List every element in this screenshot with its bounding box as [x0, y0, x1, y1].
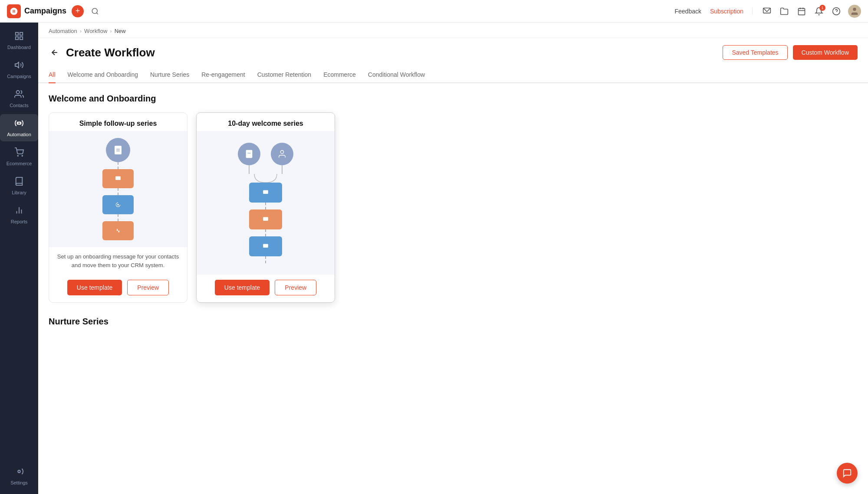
sidebar-item-ecommerce[interactable]: Ecommerce: [0, 143, 38, 170]
header-actions: Saved Templates Custom Workflow: [723, 45, 858, 60]
settings-icon: [14, 467, 24, 478]
flow-node-1: [102, 169, 134, 188]
back-button[interactable]: [49, 46, 61, 59]
sidebar-item-settings[interactable]: Settings: [0, 462, 38, 490]
svg-point-17: [17, 155, 18, 156]
svg-point-15: [16, 91, 20, 94]
flow-node-2: [102, 195, 134, 214]
sidebar-label-automation: Automation: [7, 132, 31, 137]
use-template-button-10day[interactable]: Use template: [215, 280, 270, 295]
page-header: Create Workflow Saved Templates Custom W…: [38, 38, 868, 67]
svg-rect-10: [16, 33, 18, 35]
sidebar-item-library[interactable]: Library: [0, 172, 38, 200]
tab-reengagement[interactable]: Re-engagement: [201, 67, 245, 83]
flow-node-trigger-2: [271, 143, 293, 165]
sidebar-item-automation[interactable]: Automation: [0, 114, 38, 141]
flow-10day: [238, 143, 293, 263]
dashboard-icon: [14, 31, 24, 43]
flow-node-o1: [249, 209, 282, 229]
topnav: Campaigns + Feedback Subscription 1: [0, 0, 868, 23]
feedback-link[interactable]: Feedback: [674, 8, 701, 15]
svg-rect-3: [799, 8, 805, 15]
flow-node-trigger: [106, 138, 130, 162]
tab-retention[interactable]: Customer Retention: [257, 67, 312, 83]
subscription-link[interactable]: Subscription: [710, 8, 753, 15]
search-button[interactable]: [89, 5, 101, 17]
card-diagram-10day: [197, 131, 335, 275]
calendar-icon[interactable]: [796, 6, 807, 17]
svg-rect-29: [246, 150, 253, 157]
use-template-button-simple[interactable]: Use template: [67, 280, 122, 295]
sidebar-label-reports: Reports: [11, 219, 28, 224]
add-button[interactable]: +: [72, 5, 84, 17]
sidebar-item-dashboard[interactable]: Dashboard: [0, 27, 38, 54]
flow-node-b1: [249, 183, 282, 203]
svg-rect-11: [20, 33, 23, 35]
preview-button-simple[interactable]: Preview: [127, 280, 169, 295]
custom-workflow-button[interactable]: Custom Workflow: [793, 45, 858, 60]
saved-templates-button[interactable]: Saved Templates: [723, 45, 787, 60]
page-title: Create Workflow: [66, 46, 155, 59]
svg-point-22: [18, 470, 20, 473]
card-title-10day: 10-day welcome series: [197, 113, 335, 131]
section-title-nurture: Nurture Series: [49, 317, 858, 327]
template-card-10day: 10-day welcome series: [196, 112, 335, 303]
workflow-content: Welcome and Onboarding Simple follow-up …: [38, 83, 868, 346]
chat-bubble[interactable]: [837, 463, 858, 484]
svg-point-0: [92, 8, 97, 13]
sidebar-label-settings: Settings: [10, 480, 28, 485]
tab-ecommerce[interactable]: Ecommerce: [323, 67, 356, 83]
tab-all[interactable]: All: [49, 67, 56, 83]
app-logo[interactable]: Campaigns: [7, 4, 66, 18]
tab-welcome[interactable]: Welcome and Onboarding: [68, 67, 138, 83]
svg-point-28: [117, 204, 119, 206]
sidebar-item-campaigns[interactable]: Campaigns: [0, 56, 38, 83]
breadcrumb-automation[interactable]: Automation: [49, 28, 77, 34]
automation-icon: [14, 118, 24, 130]
flow-node-b2: [249, 236, 282, 256]
card-actions-simple: Use template Preview: [49, 275, 187, 302]
campaigns-icon: [14, 60, 24, 72]
card-diagram-simple: [49, 131, 187, 247]
library-icon: [14, 177, 24, 188]
messages-icon[interactable]: [761, 6, 773, 17]
avatar[interactable]: [848, 5, 861, 18]
sidebar-label-ecommerce: Ecommerce: [7, 161, 32, 166]
sidebar-label-library: Library: [12, 190, 26, 195]
svg-rect-12: [16, 37, 18, 39]
card-description-simple: Set up an onboarding message for your co…: [49, 247, 187, 275]
svg-rect-24: [115, 146, 122, 154]
sidebar: Dashboard Campaigns Contacts Automation …: [0, 23, 38, 494]
sidebar-label-dashboard: Dashboard: [7, 45, 31, 50]
breadcrumb: Automation › Workflow › New: [38, 23, 868, 38]
flow-simple: [102, 138, 134, 240]
content-area: Automation › Workflow › New Create Workf…: [38, 23, 868, 494]
tabs-row: All Welcome and Onboarding Nurture Serie…: [38, 67, 868, 83]
notification-badge: 1: [819, 5, 825, 11]
card-title-simple: Simple follow-up series: [49, 113, 187, 131]
flow-node-trigger-1: [238, 143, 260, 165]
notifications-icon[interactable]: 1: [813, 6, 825, 17]
preview-button-10day[interactable]: Preview: [275, 280, 316, 295]
folder-icon[interactable]: [779, 6, 790, 17]
tab-nurture[interactable]: Nurture Series: [150, 67, 189, 83]
reports-icon: [14, 206, 24, 217]
card-actions-10day: Use template Preview: [197, 275, 335, 302]
svg-point-9: [853, 7, 856, 10]
sidebar-item-contacts[interactable]: Contacts: [0, 85, 38, 112]
svg-marker-14: [15, 62, 19, 68]
svg-point-16: [18, 122, 20, 124]
ecommerce-icon: [14, 147, 24, 159]
svg-rect-13: [20, 37, 23, 39]
flow-node-3: [102, 221, 134, 240]
sidebar-label-contacts: Contacts: [10, 103, 28, 108]
cards-row-welcome: Simple follow-up series: [49, 112, 858, 303]
breadcrumb-workflow[interactable]: Workflow: [84, 28, 107, 34]
breadcrumb-current: New: [115, 28, 126, 34]
sidebar-item-reports[interactable]: Reports: [0, 201, 38, 229]
svg-point-18: [22, 155, 23, 156]
tab-conditional[interactable]: Conditional Workflow: [368, 67, 425, 83]
help-icon[interactable]: [831, 6, 842, 17]
svg-line-1: [97, 13, 98, 14]
svg-point-31: [280, 150, 283, 153]
